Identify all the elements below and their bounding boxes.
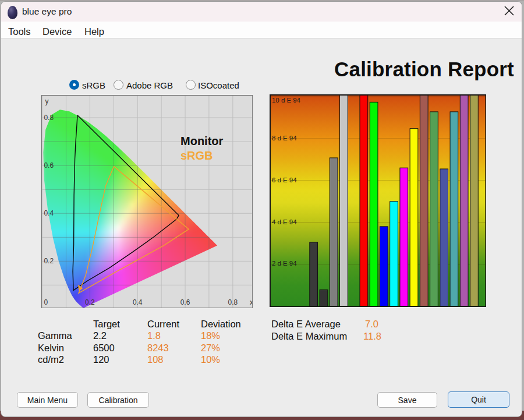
svg-text:10 d E 94: 10 d E 94 [271,97,300,104]
svg-text:6 d E 94: 6 d E 94 [271,176,296,183]
svg-text:0: 0 [44,298,48,306]
svg-text:0.2: 0.2 [44,257,54,265]
svg-text:0.8: 0.8 [228,298,238,306]
svg-text:2 d E 94: 2 d E 94 [271,260,296,267]
svg-text:0.8: 0.8 [44,114,54,122]
svg-text:8 d E 94: 8 d E 94 [271,135,296,142]
svg-text:0.4: 0.4 [132,298,142,306]
svg-text:0.6: 0.6 [44,161,54,170]
svg-text:y: y [45,97,48,105]
svg-text:0.6: 0.6 [180,298,190,306]
svg-text:0.4: 0.4 [44,209,54,217]
svg-text:0.2: 0.2 [85,298,95,306]
svg-text:4 d E 94: 4 d E 94 [271,218,296,225]
